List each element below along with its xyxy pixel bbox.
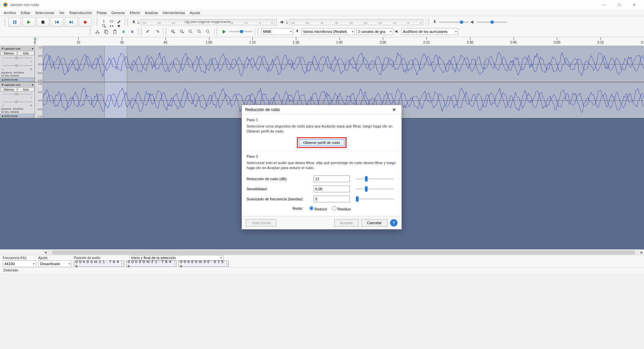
dialog-title: Reducción de ruido: [245, 107, 390, 112]
recording-channels-combo[interactable]: 2 canales de gra: [356, 28, 393, 35]
zoom-toggle-icon[interactable]: [204, 28, 212, 35]
skip-start-button[interactable]: [51, 17, 63, 27]
menu-analizar[interactable]: Analizar: [143, 10, 161, 15]
selection-start-field[interactable]: 0 0 h 0 0 m 2 1 . 7 6 4 s: [126, 261, 176, 267]
chevron-down-icon[interactable]: ▾: [32, 47, 34, 50]
svg-text:−: −: [180, 30, 182, 32]
play-at-speed-icon[interactable]: [220, 28, 228, 35]
zoom-out-icon[interactable]: −: [178, 28, 185, 35]
status-bar: Detenido.: [0, 267, 644, 273]
solo-button[interactable]: Solo: [17, 87, 34, 92]
step1-text: Seleccione unos segundos de ruido para q…: [247, 124, 397, 134]
playback-meter[interactable]: LR -54-48-42-36-30-24-18-12-60: [280, 19, 423, 25]
preview-button[interactable]: Vista previa: [246, 219, 276, 227]
silence-icon[interactable]: [128, 28, 136, 35]
waveform-canvas[interactable]: [43, 46, 644, 82]
svg-rect-5: [55, 21, 56, 24]
cut-icon[interactable]: [94, 28, 101, 35]
dialog-close-icon[interactable]: ✕: [390, 107, 398, 112]
record-button[interactable]: [79, 17, 92, 27]
zoom-in-icon[interactable]: +: [169, 28, 177, 35]
play-button[interactable]: [22, 17, 35, 27]
minimize-button[interactable]: —: [597, 0, 612, 9]
menu-ayuda[interactable]: Ayuda: [187, 10, 203, 15]
fit-selection-icon[interactable]: [187, 28, 194, 35]
vertical-scale: 1,0 0,5 0,0 -0,5 -1,0: [35, 82, 43, 118]
recording-meter[interactable]: LR Clic para comenzar monitorización -54…: [131, 19, 275, 25]
gain-slider[interactable]: [2, 57, 32, 59]
svg-rect-6: [72, 21, 73, 24]
svg-rect-13: [434, 20, 435, 23]
stop-button[interactable]: [37, 17, 49, 27]
pan-slider[interactable]: [2, 64, 32, 66]
sensitivity-input[interactable]: [314, 186, 350, 192]
maximize-button[interactable]: ☐: [612, 0, 627, 9]
project-rate-combo[interactable]: 44100: [3, 260, 36, 267]
menu-ver[interactable]: Ver: [57, 10, 67, 15]
svg-rect-20: [122, 30, 124, 33]
audio-position-field[interactable]: 0 0 h 0 0 m 2 1 . 7 6 4 s: [74, 261, 124, 267]
copy-icon[interactable]: [102, 28, 110, 35]
recording-volume-slider[interactable]: [439, 21, 469, 23]
freq-smoothing-slider[interactable]: [356, 198, 394, 200]
redo-icon[interactable]: [153, 28, 161, 35]
selection-toolbar: Frecuencia (Hz) Ajuste Posición de audio…: [0, 255, 644, 273]
trim-icon[interactable]: [120, 28, 127, 35]
horizontal-scrollbar[interactable]: ◀ ▶: [0, 249, 644, 255]
playback-device-combo[interactable]: Audífono de los auriculares: [401, 28, 458, 35]
play-speed-slider[interactable]: [229, 31, 253, 32]
menu-editar[interactable]: Editar: [18, 10, 33, 15]
menu-efecto[interactable]: Efecto: [127, 10, 143, 15]
track-close-icon[interactable]: ✕: [1, 47, 4, 50]
svg-point-1: [4, 3, 7, 6]
track-close-icon[interactable]: ✕: [1, 83, 4, 87]
menu-reproduccion[interactable]: Reproducción: [67, 10, 94, 15]
gain-slider[interactable]: [2, 93, 32, 95]
sensitivity-slider[interactable]: [356, 188, 394, 190]
selection-end-field[interactable]: 0 0 h 0 0 m 3 0 . 0 1 5 s: [178, 261, 229, 267]
get-noise-profile-button[interactable]: Obtener perfil de ruido: [299, 139, 344, 146]
solo-button[interactable]: Solo: [17, 51, 34, 55]
app-logo-icon: [3, 2, 8, 7]
menu-generar[interactable]: Generar: [109, 10, 127, 15]
menu-pistas[interactable]: Pistas: [94, 10, 109, 15]
pan-slider[interactable]: [2, 101, 32, 103]
svg-rect-12: [133, 20, 135, 23]
noise-reduction-slider[interactable]: [356, 178, 394, 180]
svg-rect-2: [13, 20, 14, 24]
cancel-button[interactable]: Cancelar: [361, 219, 387, 227]
close-button[interactable]: ✕: [627, 0, 641, 9]
mute-button[interactable]: Silencio: [0, 51, 17, 55]
svg-line-26: [182, 32, 183, 33]
track-select-button[interactable]: ▲ Seleccionar: [0, 78, 34, 82]
svg-point-30: [197, 30, 200, 32]
timeline-ruler[interactable]: ▽ 01530451:001:151:301:452:002:152:302:4…: [0, 37, 644, 46]
recording-device-combo[interactable]: Varios micrófonos (Realtek: [301, 28, 355, 35]
help-icon[interactable]: ?: [390, 219, 397, 227]
audio-host-combo[interactable]: MME: [261, 28, 293, 35]
skip-end-button[interactable]: [65, 17, 77, 27]
svg-rect-21: [131, 30, 133, 33]
track-row: ✕cancion con▾ SilencioSolo −+ LR Izquier…: [0, 46, 644, 82]
noise-reduction-input[interactable]: [314, 176, 350, 182]
reduce-radio[interactable]: Reducir: [309, 206, 327, 211]
track-control-panel[interactable]: ✕cancion con▾ SilencioSolo −+ LR Derecho…: [0, 82, 35, 118]
menu-archivo[interactable]: Archivo: [1, 10, 18, 15]
snap-to-combo[interactable]: Desactivado: [38, 260, 72, 267]
chevron-down-icon[interactable]: ▾: [32, 83, 34, 87]
residue-radio[interactable]: Residuo: [332, 206, 351, 211]
undo-icon[interactable]: [145, 28, 152, 35]
playback-volume-slider[interactable]: [477, 21, 507, 23]
toolbar-area: I ✱ LR Clic para comenzar monitorización…: [0, 16, 644, 37]
track-select-button[interactable]: ▲ Seleccionar: [0, 114, 34, 118]
mute-button[interactable]: Silencio: [0, 87, 17, 92]
accept-button[interactable]: Aceptar: [334, 219, 359, 227]
freq-smoothing-input[interactable]: [314, 196, 350, 202]
pause-button[interactable]: [8, 17, 21, 27]
noise-reduction-dialog: Reducción de ruido ✕ Paso 1 Seleccione u…: [241, 105, 402, 230]
paste-icon[interactable]: [111, 28, 118, 35]
menu-herramientas[interactable]: Herramientas: [161, 10, 187, 15]
menu-seleccionar[interactable]: Seleccionar: [33, 10, 56, 15]
fit-project-icon[interactable]: [196, 28, 203, 35]
track-control-panel[interactable]: ✕cancion con▾ SilencioSolo −+ LR Izquier…: [0, 46, 35, 82]
